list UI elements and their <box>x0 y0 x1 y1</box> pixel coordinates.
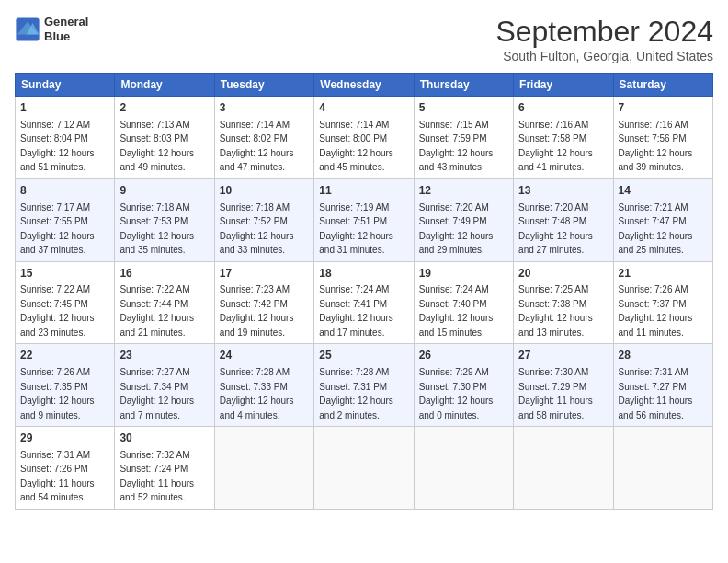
day-of-week-header: Tuesday <box>214 74 313 97</box>
day-number: 14 <box>619 183 708 199</box>
day-number: 27 <box>518 348 608 363</box>
day-info: Sunrise: 7:26 AMSunset: 7:35 PMDaylight:… <box>20 367 95 420</box>
day-number: 24 <box>220 348 309 363</box>
day-of-week-header: Saturday <box>613 74 712 97</box>
calendar-week-row: 29 Sunrise: 7:31 AMSunset: 7:26 PMDaylig… <box>16 427 713 510</box>
day-number: 12 <box>419 183 508 199</box>
calendar-body: 1 Sunrise: 7:12 AMSunset: 8:04 PMDayligh… <box>16 97 713 510</box>
calendar-day-cell: 20 Sunrise: 7:25 AMSunset: 7:38 PMDaylig… <box>514 261 613 344</box>
day-number: 1 <box>20 100 109 116</box>
logo-text: General Blue <box>44 15 88 43</box>
calendar-day-cell: 30 Sunrise: 7:32 AMSunset: 7:24 PMDaylig… <box>115 427 214 510</box>
day-info: Sunrise: 7:20 AMSunset: 7:48 PMDaylight:… <box>518 202 593 256</box>
logo-icon <box>15 17 40 42</box>
day-info: Sunrise: 7:29 AMSunset: 7:30 PMDaylight:… <box>419 367 494 420</box>
day-info: Sunrise: 7:18 AMSunset: 7:52 PMDaylight:… <box>220 202 294 256</box>
calendar-day-cell: 29 Sunrise: 7:31 AMSunset: 7:26 PMDaylig… <box>16 427 115 510</box>
calendar-day-cell: 26 Sunrise: 7:29 AMSunset: 7:30 PMDaylig… <box>414 344 513 427</box>
day-number: 29 <box>20 431 109 446</box>
day-number: 13 <box>518 183 608 199</box>
day-info: Sunrise: 7:31 AMSunset: 7:26 PMDaylight:… <box>20 450 95 503</box>
title-area: September 2024 South Fulton, Georgia, Un… <box>495 15 713 63</box>
day-info: Sunrise: 7:23 AMSunset: 7:42 PMDaylight:… <box>220 284 294 338</box>
calendar-table: SundayMondayTuesdayWednesdayThursdayFrid… <box>15 73 713 510</box>
day-number: 3 <box>220 100 309 116</box>
calendar-day-cell: 15 Sunrise: 7:22 AMSunset: 7:45 PMDaylig… <box>16 261 115 344</box>
day-of-week-header: Sunday <box>16 74 115 97</box>
day-number: 9 <box>119 183 209 199</box>
day-number: 22 <box>20 348 109 363</box>
day-of-week-header: Wednesday <box>314 74 414 97</box>
calendar-day-cell: 16 Sunrise: 7:22 AMSunset: 7:44 PMDaylig… <box>115 261 214 344</box>
day-info: Sunrise: 7:20 AMSunset: 7:49 PMDaylight:… <box>419 202 494 256</box>
day-info: Sunrise: 7:12 AMSunset: 8:04 PMDaylight:… <box>20 120 95 173</box>
day-info: Sunrise: 7:28 AMSunset: 7:31 PMDaylight:… <box>319 367 393 420</box>
day-number: 28 <box>619 348 708 363</box>
calendar-day-cell: 14 Sunrise: 7:21 AMSunset: 7:47 PMDaylig… <box>613 178 712 261</box>
calendar-week-row: 22 Sunrise: 7:26 AMSunset: 7:35 PMDaylig… <box>16 344 713 427</box>
day-info: Sunrise: 7:27 AMSunset: 7:34 PMDaylight:… <box>119 367 194 420</box>
day-number: 7 <box>619 100 708 116</box>
calendar-day-cell: 23 Sunrise: 7:27 AMSunset: 7:34 PMDaylig… <box>115 344 214 427</box>
calendar-day-cell: 13 Sunrise: 7:20 AMSunset: 7:48 PMDaylig… <box>514 178 613 261</box>
day-number: 19 <box>419 266 508 282</box>
day-number: 11 <box>319 183 408 199</box>
day-info: Sunrise: 7:24 AMSunset: 7:41 PMDaylight:… <box>319 284 393 338</box>
calendar-day-cell: 9 Sunrise: 7:18 AMSunset: 7:53 PMDayligh… <box>115 178 214 261</box>
calendar-day-cell: 28 Sunrise: 7:31 AMSunset: 7:27 PMDaylig… <box>613 344 712 427</box>
day-info: Sunrise: 7:26 AMSunset: 7:37 PMDaylight:… <box>619 284 693 338</box>
day-info: Sunrise: 7:19 AMSunset: 7:51 PMDaylight:… <box>319 202 393 256</box>
calendar-day-cell: 4 Sunrise: 7:14 AMSunset: 8:00 PMDayligh… <box>314 97 414 179</box>
calendar-day-cell: 21 Sunrise: 7:26 AMSunset: 7:37 PMDaylig… <box>613 261 712 344</box>
day-of-week-header: Thursday <box>414 74 513 97</box>
day-info: Sunrise: 7:32 AMSunset: 7:24 PMDaylight:… <box>119 450 194 503</box>
day-info: Sunrise: 7:17 AMSunset: 7:55 PMDaylight:… <box>20 202 95 256</box>
day-number: 26 <box>419 348 508 363</box>
logo: General Blue <box>15 15 88 43</box>
day-info: Sunrise: 7:31 AMSunset: 7:27 PMDaylight:… <box>619 367 693 420</box>
day-number: 20 <box>518 266 608 282</box>
calendar-day-cell: 24 Sunrise: 7:28 AMSunset: 7:33 PMDaylig… <box>214 344 313 427</box>
day-number: 4 <box>319 100 408 116</box>
day-info: Sunrise: 7:21 AMSunset: 7:47 PMDaylight:… <box>619 202 693 256</box>
calendar-day-cell <box>514 427 613 510</box>
calendar-day-cell: 17 Sunrise: 7:23 AMSunset: 7:42 PMDaylig… <box>214 261 313 344</box>
calendar-day-cell: 2 Sunrise: 7:13 AMSunset: 8:03 PMDayligh… <box>115 97 214 179</box>
calendar-day-cell: 8 Sunrise: 7:17 AMSunset: 7:55 PMDayligh… <box>16 178 115 261</box>
day-info: Sunrise: 7:13 AMSunset: 8:03 PMDaylight:… <box>119 120 194 173</box>
day-info: Sunrise: 7:16 AMSunset: 7:56 PMDaylight:… <box>619 120 693 173</box>
calendar-day-cell: 25 Sunrise: 7:28 AMSunset: 7:31 PMDaylig… <box>314 344 414 427</box>
calendar-day-cell: 6 Sunrise: 7:16 AMSunset: 7:58 PMDayligh… <box>514 97 613 179</box>
day-number: 18 <box>319 266 408 282</box>
day-number: 21 <box>619 266 708 282</box>
day-number: 23 <box>119 348 209 363</box>
day-number: 15 <box>20 266 109 282</box>
day-number: 6 <box>518 100 608 116</box>
calendar-day-cell: 18 Sunrise: 7:24 AMSunset: 7:41 PMDaylig… <box>314 261 414 344</box>
day-info: Sunrise: 7:25 AMSunset: 7:38 PMDaylight:… <box>518 284 593 338</box>
calendar-header-row: SundayMondayTuesdayWednesdayThursdayFrid… <box>16 74 713 97</box>
day-info: Sunrise: 7:14 AMSunset: 8:00 PMDaylight:… <box>319 120 393 173</box>
calendar-week-row: 1 Sunrise: 7:12 AMSunset: 8:04 PMDayligh… <box>16 97 713 179</box>
day-of-week-header: Friday <box>514 74 613 97</box>
day-info: Sunrise: 7:22 AMSunset: 7:45 PMDaylight:… <box>20 284 95 338</box>
day-info: Sunrise: 7:15 AMSunset: 7:59 PMDaylight:… <box>419 120 494 173</box>
calendar-day-cell <box>613 427 712 510</box>
day-number: 30 <box>119 431 209 446</box>
day-info: Sunrise: 7:28 AMSunset: 7:33 PMDaylight:… <box>220 367 294 420</box>
calendar-day-cell: 1 Sunrise: 7:12 AMSunset: 8:04 PMDayligh… <box>16 97 115 179</box>
calendar-week-row: 8 Sunrise: 7:17 AMSunset: 7:55 PMDayligh… <box>16 178 713 261</box>
calendar-day-cell: 11 Sunrise: 7:19 AMSunset: 7:51 PMDaylig… <box>314 178 414 261</box>
day-number: 2 <box>119 100 209 116</box>
calendar-day-cell: 22 Sunrise: 7:26 AMSunset: 7:35 PMDaylig… <box>16 344 115 427</box>
calendar-week-row: 15 Sunrise: 7:22 AMSunset: 7:45 PMDaylig… <box>16 261 713 344</box>
page-header: General Blue September 2024 South Fulton… <box>15 15 713 63</box>
calendar-day-cell: 12 Sunrise: 7:20 AMSunset: 7:49 PMDaylig… <box>414 178 513 261</box>
calendar-day-cell: 5 Sunrise: 7:15 AMSunset: 7:59 PMDayligh… <box>414 97 513 179</box>
location-title: South Fulton, Georgia, United States <box>495 49 713 63</box>
calendar-day-cell: 27 Sunrise: 7:30 AMSunset: 7:29 PMDaylig… <box>514 344 613 427</box>
day-info: Sunrise: 7:16 AMSunset: 7:58 PMDaylight:… <box>518 120 593 173</box>
day-info: Sunrise: 7:22 AMSunset: 7:44 PMDaylight:… <box>119 284 194 338</box>
calendar-day-cell: 7 Sunrise: 7:16 AMSunset: 7:56 PMDayligh… <box>613 97 712 179</box>
day-of-week-header: Monday <box>115 74 214 97</box>
